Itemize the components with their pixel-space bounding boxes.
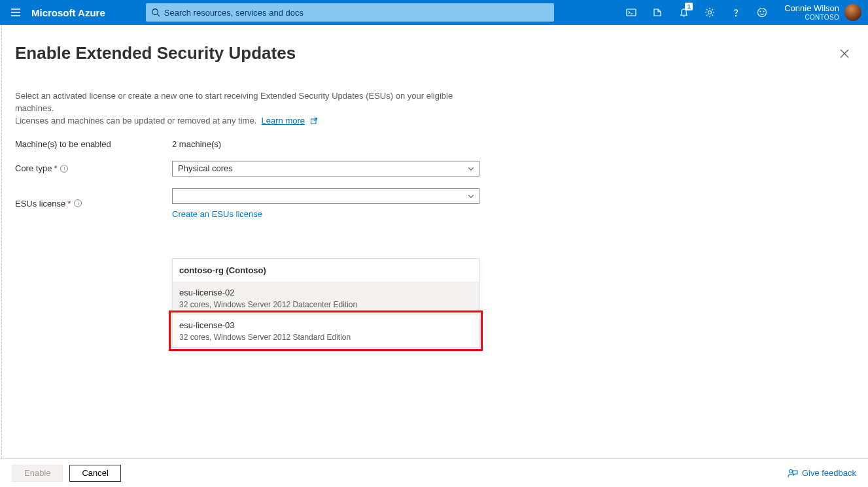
feedback-person-icon <box>788 468 798 479</box>
esus-license-dropdown: contoso-rg (Contoso) esu-license-02 32 c… <box>172 258 479 348</box>
dropdown-item[interactable]: esu-license-02 32 cores, Windows Server … <box>173 282 479 314</box>
user-text: Connie Wilson CONTOSO <box>784 4 839 20</box>
notification-badge: 1 <box>685 3 693 10</box>
panel-description: Select an activated license or create a … <box>15 90 486 127</box>
give-feedback-link[interactable]: Give feedback <box>788 468 856 479</box>
enable-button: Enable <box>12 465 63 482</box>
feedback-button[interactable] <box>749 0 775 25</box>
svg-line-16 <box>314 118 317 121</box>
directory-button[interactable] <box>644 0 670 25</box>
svg-rect-5 <box>627 9 636 16</box>
required-asterisk: * <box>54 163 57 173</box>
dropdown-group-header: contoso-rg (Contoso) <box>173 259 479 282</box>
svg-point-8 <box>708 11 712 14</box>
page-title: Enable Extended Security Updates <box>15 43 296 63</box>
brand-label[interactable]: Microsoft Azure <box>31 7 105 18</box>
header-icon-group: 1 Connie Wilson CONTOSO <box>618 0 868 25</box>
svg-point-3 <box>152 9 158 15</box>
menu-toggle-button[interactable] <box>0 7 31 18</box>
panel: Enable Extended Security Updates Select … <box>1 25 868 458</box>
panel-footer: Enable Cancel Give feedback <box>0 458 868 487</box>
hamburger-icon <box>10 7 21 18</box>
user-name: Connie Wilson <box>784 4 839 13</box>
svg-point-17 <box>789 469 792 473</box>
svg-point-12 <box>763 11 764 12</box>
machines-value: 2 machine(s) <box>172 139 479 149</box>
core-type-label-text: Core type <box>15 163 52 173</box>
search-input[interactable] <box>164 8 549 18</box>
directory-icon <box>652 7 663 18</box>
dropdown-item-detail: 32 cores, Windows Server 2012 Standard E… <box>179 333 472 342</box>
smiley-icon <box>757 7 767 18</box>
close-icon <box>839 48 850 59</box>
tenant-name: CONTOSO <box>784 14 839 21</box>
svg-point-11 <box>760 11 761 12</box>
account-menu[interactable]: Connie Wilson CONTOSO <box>775 4 868 21</box>
esus-license-select[interactable] <box>172 188 479 204</box>
top-header: Microsoft Azure 1 Connie Wilson CONTOSO <box>0 0 868 25</box>
dropdown-item[interactable]: esu-license-03 32 cores, Windows Server … <box>173 314 479 347</box>
give-feedback-label: Give feedback <box>802 468 856 478</box>
cloud-shell-button[interactable] <box>618 0 644 25</box>
svg-point-9 <box>736 15 737 16</box>
search-box[interactable] <box>146 3 554 22</box>
core-type-select[interactable]: Physical cores <box>172 161 479 176</box>
chevron-down-icon <box>467 192 475 200</box>
dropdown-item-detail: 32 cores, Windows Server 2012 Datacenter… <box>179 300 472 309</box>
esus-license-label: ESUs license * i <box>15 199 172 209</box>
cloud-shell-icon <box>626 7 636 18</box>
svg-line-4 <box>157 14 160 17</box>
notifications-button[interactable]: 1 <box>670 0 697 25</box>
chevron-down-icon <box>467 165 475 173</box>
core-type-label: Core type * i <box>15 163 172 173</box>
avatar <box>844 4 861 21</box>
help-button[interactable] <box>723 0 749 25</box>
dropdown-item-name: esu-license-03 <box>179 320 472 330</box>
core-type-selected-value: Physical cores <box>178 163 233 173</box>
search-icon <box>151 8 160 17</box>
desc-line2: Licenses and machines can be updated or … <box>15 116 256 126</box>
create-esus-license-link[interactable]: Create an ESUs license <box>172 209 479 219</box>
gear-icon <box>704 7 715 18</box>
machines-label: Machine(s) to be enabled <box>15 139 172 149</box>
help-icon <box>731 7 741 18</box>
svg-point-10 <box>758 8 767 17</box>
cancel-button[interactable]: Cancel <box>69 465 120 482</box>
esus-license-label-text: ESUs license <box>15 199 65 209</box>
required-asterisk: * <box>67 199 71 209</box>
close-button[interactable] <box>834 43 855 64</box>
external-link-icon <box>310 117 318 125</box>
info-icon[interactable]: i <box>60 165 68 173</box>
settings-button[interactable] <box>697 0 723 25</box>
dropdown-item-name: esu-license-02 <box>179 288 472 297</box>
learn-more-link[interactable]: Learn more <box>262 116 305 126</box>
desc-line1: Select an activated license or create a … <box>15 91 453 113</box>
info-icon[interactable]: i <box>74 199 82 207</box>
